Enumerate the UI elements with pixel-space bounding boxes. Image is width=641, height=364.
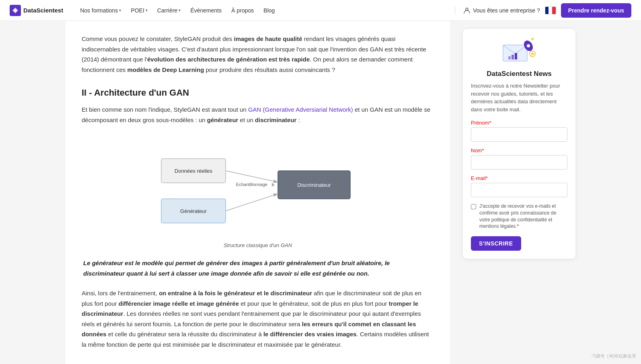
chevron-down-icon: ▾ (146, 8, 148, 12)
body-bold-7: le différencier des vraies images (263, 331, 357, 337)
required-mark: * (486, 175, 488, 181)
nav-right: Vous êtes une entreprise ? Prendre rende… (452, 3, 631, 18)
newsletter-card: ✦ DataScientest News Inscrivez-vous à no… (463, 29, 575, 259)
watermark-text2: | 时尚玩家岳哥 (607, 353, 636, 359)
body-bold-3: on entraîne à la fois le générateur et l… (159, 290, 312, 297)
nom-group: Nom* (471, 147, 567, 170)
body-bold-discriminateur: discriminateur (255, 117, 296, 123)
email-group: E-mail* (471, 175, 567, 197)
diagram-container: Données réelles Générateur Discriminateu… (82, 135, 434, 248)
sidebar-card-desc: Inscrivez-vous à notre Newsletter pour r… (471, 82, 567, 113)
svg-point-2 (466, 8, 468, 10)
nom-input[interactable] (471, 155, 567, 170)
gan-diagram: Données réelles Générateur Discriminateu… (153, 135, 362, 239)
chevron-down-icon: ▾ (119, 8, 121, 12)
svg-text:Echantillonnage: Echantillonnage (236, 182, 267, 187)
prenom-group: Prénom* (471, 120, 567, 142)
intro-text-4: pour produire des résultats aussi convai… (204, 66, 335, 73)
enterprise-icon (463, 7, 470, 14)
body-bold-4: différencier image réelle et image génér… (119, 300, 239, 307)
logo-text: DataScientest (23, 7, 63, 14)
body-paragraph-2: Ainsi, lors de l'entrainement, on entraî… (82, 288, 434, 350)
prenom-label: Prénom* (471, 120, 567, 126)
svg-marker-12 (272, 183, 275, 187)
nom-label: Nom* (471, 147, 567, 153)
body-text-1a: Et bien comme son nom l'indique, StyleGA… (82, 106, 248, 113)
cta-button[interactable]: Prendre rendez-vous (561, 3, 631, 18)
svg-text:✦: ✦ (530, 37, 535, 42)
intro-bold-2: évolution des architectures de génératio… (147, 56, 310, 63)
svg-rect-18 (512, 55, 514, 59)
language-selector[interactable] (545, 6, 556, 14)
nav-link-carriere[interactable]: Carrière ▾ (153, 5, 185, 16)
svg-text:Données réelles: Données réelles (175, 168, 212, 174)
checkbox-label[interactable]: J'accepte de recevoir vos e-mails et con… (479, 203, 567, 230)
body-bold-generateur: générateur (207, 117, 238, 123)
nav-links: Nos formations ▾ POEI ▾ Carrière ▾ Évène… (76, 5, 452, 16)
svg-line-9 (226, 171, 277, 182)
intro-bold-1: images de haute qualité (234, 35, 302, 42)
nav-link-poei[interactable]: POEI ▾ (127, 5, 151, 16)
svg-point-1 (14, 9, 16, 12)
body-paragraph-1: Et bien comme son nom l'indique, StyleGA… (82, 104, 434, 125)
newsletter-illustration: ✦ (501, 37, 537, 65)
chevron-down-icon: ▾ (179, 8, 181, 12)
diagram-caption: Structure classique d'un GAN (224, 242, 292, 248)
intro-bold-3: modèles de Deep Learning (127, 66, 204, 73)
email-label: E-mail* (471, 175, 567, 181)
svg-line-10 (226, 194, 277, 211)
nav-link-evenements[interactable]: Évènements (186, 5, 226, 16)
subscribe-button[interactable]: S'INSCRIRE (471, 236, 521, 251)
sidebar-card-title: DataScientest News (471, 70, 567, 78)
sidebar: ✦ DataScientest News Inscrivez-vous à no… (463, 21, 575, 267)
svg-point-15 (527, 44, 530, 47)
section-title: II - Architecture d'un GAN (82, 88, 434, 98)
blockquote-text: Le générateur est le modèle qui permet d… (83, 260, 390, 277)
nav-link-blog[interactable]: Blog (259, 5, 279, 16)
main-content: Comme vous pouvez le constater, StyleGAN… (66, 21, 450, 364)
body-text-1c: et un (238, 117, 255, 123)
svg-point-21 (531, 53, 534, 55)
watermark-text1: 刁易号 (592, 353, 605, 359)
body-text-1d: : (296, 117, 300, 123)
nav-link-formations[interactable]: Nos formations ▾ (76, 5, 125, 16)
blockquote: Le générateur est le modèle qui permet d… (82, 258, 434, 278)
svg-text:Générateur: Générateur (180, 208, 207, 214)
email-input[interactable] (471, 183, 567, 197)
svg-text:Discriminateur: Discriminateur (297, 182, 331, 188)
checkbox-row: J'accepte de recevoir vos e-mails et con… (471, 203, 567, 230)
nav-link-apropos[interactable]: À propos (227, 5, 258, 16)
logo[interactable]: DataScientest (10, 5, 63, 16)
enterprise-link[interactable]: Vous êtes une entreprise ? (463, 7, 540, 14)
sidebar-card-header: ✦ (471, 37, 567, 65)
logo-icon (10, 5, 21, 16)
body-text-2a: Ainsi, lors de l'entrainement, (82, 290, 159, 297)
body-text-2e: et celle du générateur sera la réussite … (107, 331, 263, 337)
navbar: DataScientest Nos formations ▾ POEI ▾ Ca… (0, 0, 641, 21)
svg-rect-19 (515, 53, 517, 59)
prenom-input[interactable] (471, 127, 567, 142)
svg-rect-17 (508, 56, 511, 59)
gan-link[interactable]: GAN (Generative Adversiarial Network) (248, 106, 353, 113)
required-mark: * (482, 147, 484, 153)
nav-divider (455, 6, 455, 14)
body-text-2c: et pour que le générateur, soit de plus … (239, 300, 389, 307)
watermark: 刁易号 | 时尚玩家岳哥 (592, 353, 636, 359)
required-mark: * (489, 120, 491, 126)
intro-paragraph: Comme vous pouvez le constater, StyleGAN… (82, 34, 434, 75)
intro-text-1: Comme vous pouvez le constater, StyleGAN… (82, 35, 234, 42)
consent-checkbox[interactable] (471, 204, 476, 209)
